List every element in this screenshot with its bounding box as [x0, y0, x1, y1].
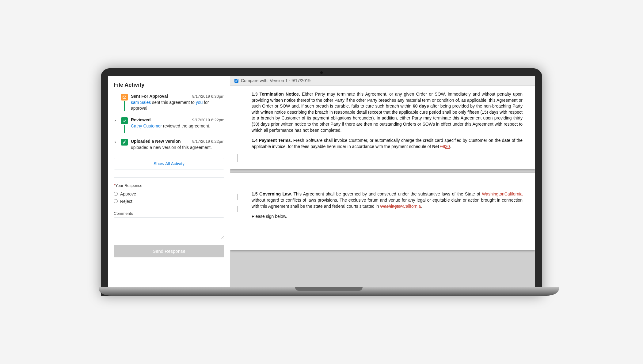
chevron-right-icon [114, 119, 117, 122]
target-link[interactable]: you [196, 100, 203, 105]
activity-item-sent: Sent For Approval 9/17/2019 6:30pm sam S… [114, 94, 224, 117]
document-page-2: 1.5 Governing Law. This Agreement shall … [230, 173, 535, 250]
section-divider [114, 177, 224, 178]
document-pane: Compare with: Version 1 - 9/17/2019 1.3 … [230, 76, 535, 287]
change-marker [238, 154, 238, 162]
camera-dot [320, 71, 323, 74]
reject-option[interactable]: Reject [114, 199, 224, 204]
activity-title: Sent For Approval [131, 94, 168, 99]
timeline-line [124, 125, 125, 133]
reject-label: Reject [120, 199, 132, 204]
inserted-text: California [504, 191, 523, 196]
activity-timestamp: 9/17/2019 6:30pm [192, 94, 224, 99]
sign-prompt: Please sign below. [252, 214, 523, 220]
actor-link[interactable]: sam Sales [131, 100, 151, 105]
activity-body: Sent For Approval 9/17/2019 6:30pm sam S… [131, 94, 224, 111]
document-scroll[interactable]: 1.3 Termination Notice. Either Party may… [230, 86, 535, 287]
compare-toolbar: Compare with: Version 1 - 9/17/2019 [230, 76, 535, 86]
show-all-activity-button[interactable]: Show All Activity [114, 158, 224, 169]
check-icon [121, 117, 128, 124]
compare-label: Compare with: Version 1 - 9/17/2019 [241, 78, 310, 83]
activity-timestamp: 9/17/2019 6:22pm [192, 118, 224, 122]
approve-radio[interactable] [114, 192, 118, 196]
signature-line-2 [401, 229, 519, 235]
section-1-5: 1.5 Governing Law. This Agreement shall … [252, 191, 523, 209]
laptop-frame: File Activity Sent For Approval 9/ [101, 68, 542, 296]
chevron-toggle[interactable] [114, 139, 118, 150]
chevron-toggle[interactable] [114, 117, 118, 133]
activity-title: Uploaded a New Version [131, 139, 181, 144]
inserted-text: 30 [445, 144, 450, 149]
comments-textarea[interactable] [114, 217, 224, 239]
deleted-text: Washington [380, 204, 402, 209]
section-1-4: 1.4 Payment Terms. Fresh Software shall … [252, 138, 523, 150]
activity-title: Reviewed [131, 117, 151, 122]
activity-description: uploaded a new version of this agreement… [131, 145, 224, 150]
section-1-3: 1.3 Termination Notice. Either Party may… [252, 91, 523, 133]
timeline-line [124, 101, 125, 111]
laptop-base [99, 287, 559, 296]
activity-icon-col [121, 117, 128, 133]
change-marker [238, 206, 238, 212]
comments-label: Comments [114, 211, 224, 216]
app-screen: File Activity Sent For Approval 9/ [108, 76, 535, 287]
approve-label: Approve [120, 191, 136, 196]
pencil-icon [121, 139, 128, 146]
activity-body: Reviewed 9/17/2019 6:22pm Cathy Customer… [131, 117, 224, 133]
deleted-text: Washington [482, 191, 504, 196]
mail-icon [121, 94, 128, 100]
sidebar-heading: File Activity [114, 82, 224, 88]
approve-option[interactable]: Approve [114, 191, 224, 196]
signature-line-1 [255, 229, 373, 235]
inserted-text: California [403, 204, 421, 209]
response-label: *Your Response [114, 183, 224, 188]
activity-icon-col [121, 139, 128, 150]
activity-item-uploaded: Uploaded a New Version 9/17/2019 6:22pm … [114, 139, 224, 157]
deleted-text: 60 [440, 144, 445, 149]
activity-description: sam Sales sent this agreement to you for… [131, 100, 224, 111]
activity-description: Cathy Customer reviewed the agreement. [131, 123, 224, 129]
send-response-button[interactable]: Send Response [114, 245, 224, 257]
activity-item-reviewed: Reviewed 9/17/2019 6:22pm Cathy Customer… [114, 117, 224, 139]
activity-icon-col [121, 94, 128, 111]
document-page-1: 1.3 Termination Notice. Either Party may… [230, 86, 535, 169]
signature-lines [252, 229, 523, 235]
activity-list: Sent For Approval 9/17/2019 6:30pm sam S… [114, 94, 224, 157]
chevron-right-icon [114, 141, 117, 144]
activity-timestamp: 9/17/2019 6:22pm [192, 139, 224, 144]
activity-body: Uploaded a New Version 9/17/2019 6:22pm … [131, 139, 224, 150]
file-activity-sidebar: File Activity Sent For Approval 9/ [108, 76, 230, 287]
reject-radio[interactable] [114, 199, 118, 203]
compare-checkbox[interactable] [234, 79, 238, 83]
actor-link[interactable]: Cathy Customer [131, 123, 162, 128]
change-marker [238, 194, 238, 200]
chevron-placeholder [114, 94, 118, 111]
